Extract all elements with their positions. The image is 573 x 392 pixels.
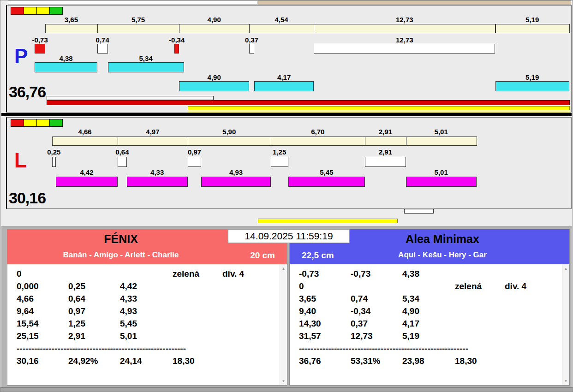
table-row: -0,73-0,734,38	[296, 269, 561, 281]
change-label: 0,37	[249, 36, 254, 44]
change-label: -0,34	[174, 36, 179, 44]
table-cell: 0,97	[68, 306, 85, 316]
lane-total: 30,16	[9, 189, 46, 207]
change-label: 0,74	[97, 36, 108, 44]
table-cell: ----------------------------------------…	[299, 344, 468, 354]
table-cell: 0,37	[351, 319, 368, 329]
table-cell: 14,30	[299, 319, 321, 329]
split-label: 3,65	[45, 16, 97, 24]
table-row: 31,5712,735,19	[296, 331, 561, 344]
split-segment	[45, 24, 98, 33]
table-cell: 5,19	[402, 331, 419, 341]
status-indicators	[11, 7, 63, 15]
split-segment	[188, 137, 271, 146]
table-row: 25,152,915,01	[14, 331, 279, 344]
changeover-box	[249, 44, 254, 53]
table-row: 3,650,745,34	[296, 294, 561, 306]
table-cell: -0,34	[351, 306, 370, 316]
change-label: 1,25	[271, 148, 288, 156]
team-panel-right: Alea Minimax Aqui - Kešu - Hery - Gar 22…	[289, 229, 570, 386]
table-cell: 0,64	[68, 294, 85, 304]
split-label: 12,73	[314, 16, 495, 24]
table-cell: 12,73	[351, 331, 373, 341]
changeover-box	[314, 44, 495, 53]
divider-row: ----------------------------------------…	[296, 344, 561, 356]
jump-height: 20 cm	[250, 250, 275, 261]
titlebar-left	[8, 0, 258, 5]
table-cell: 36,76	[299, 356, 321, 366]
run-bar	[201, 177, 270, 187]
status-indicator	[24, 7, 37, 15]
table-cell: 4,66	[17, 294, 34, 304]
status-indicator	[36, 119, 50, 127]
table-row: 0,0000,254,42	[14, 281, 279, 294]
titlebar-right	[258, 0, 571, 5]
lane-letter: P	[14, 45, 28, 68]
scroll-up-icon[interactable]	[562, 265, 569, 272]
change-label: 2,91	[365, 148, 406, 156]
run2-label: 5,19	[495, 74, 569, 81]
scrollbar[interactable]	[562, 264, 569, 385]
run1-label: 4,42	[56, 169, 118, 176]
table-cell: 2,91	[68, 331, 85, 341]
timestamp: 14.09.2025 11:59:19	[228, 229, 350, 243]
scroll-up-icon[interactable]	[280, 265, 287, 272]
split-segment	[406, 137, 477, 146]
team-body-left[interactable]: 0zelenádiv. 40,0000,254,424,660,644,339,…	[7, 264, 287, 385]
run1-label: 4,33	[127, 169, 188, 176]
totals-row: 36,7653,31%23,9818,30	[296, 356, 561, 368]
table-cell: 23,98	[402, 356, 424, 366]
table-cell: 1,25	[68, 319, 85, 329]
table-cell: div. 4	[222, 269, 244, 279]
split-segment	[179, 24, 249, 33]
scroll-down-icon[interactable]	[562, 377, 569, 385]
table-row: 0zelenádiv. 4	[296, 281, 561, 294]
run-bar	[35, 62, 97, 72]
run-bar	[127, 177, 188, 187]
table-cell: zelená	[173, 269, 199, 279]
table-cell: 9,64	[17, 306, 34, 316]
app-window: P 3,655,754,904,5412,735,19-0,730,74-0,3…	[0, 0, 573, 392]
team-rows-right: -0,73-0,734,380zelenádiv. 43,650,745,349…	[296, 264, 561, 385]
team-dogs: Aqui - Kešu - Hery - Gar	[334, 250, 551, 260]
table-row: 9,40-0,344,90	[296, 306, 561, 319]
changeover-box	[365, 157, 406, 167]
progress-strip-yellow-thin	[188, 111, 570, 113]
split-label: 2,91	[365, 128, 406, 136]
table-cell: 18,30	[455, 356, 477, 366]
status-indicator	[49, 7, 63, 15]
team-panel-left: FÉNIX Banán - Amigo - Arlett - Charlie 2…	[7, 229, 287, 386]
split-label: 5,01	[406, 128, 477, 136]
lane-letter: L	[14, 149, 27, 172]
progress-strip-red	[47, 100, 570, 105]
run1-label: 5,34	[108, 55, 184, 62]
split-segment	[365, 137, 406, 146]
status-indicator	[11, 119, 24, 127]
table-cell: 0,000	[17, 281, 39, 291]
split-label: 4,90	[179, 16, 249, 24]
status-indicator	[49, 119, 63, 127]
split-segment	[118, 137, 188, 146]
team-name: Alea Minimax	[334, 232, 551, 246]
run1-label: 5,01	[406, 169, 477, 176]
jump-height: 22,5 cm	[302, 250, 334, 261]
scrollbar[interactable]	[280, 264, 287, 385]
table-cell: 4,90	[402, 306, 419, 316]
split-segment	[97, 24, 180, 33]
table-cell: 5,45	[120, 319, 137, 329]
table-cell: 3,65	[299, 294, 316, 304]
scroll-down-icon[interactable]	[280, 377, 287, 385]
split-label: 6,70	[271, 128, 365, 136]
lane-l-chart: 4,664,975,906,702,915,010,250,640,971,25…	[7, 118, 571, 208]
table-cell: 24,92%	[68, 356, 98, 366]
status-indicator	[24, 119, 37, 127]
table-row: 14,300,374,17	[296, 319, 561, 331]
table-row: 15,541,255,45	[14, 319, 279, 331]
window-bottom-edge	[0, 387, 573, 392]
change-label: 0,25	[52, 148, 56, 156]
lane-l-panel: L 4,664,975,906,702,915,010,250,640,971,…	[6, 117, 572, 209]
team-body-right[interactable]: -0,73-0,734,380zelenádiv. 43,650,745,349…	[290, 264, 569, 385]
change-label: -0,73	[35, 36, 45, 44]
table-cell: 4,38	[402, 269, 419, 279]
table-cell: 53,31%	[351, 356, 380, 366]
